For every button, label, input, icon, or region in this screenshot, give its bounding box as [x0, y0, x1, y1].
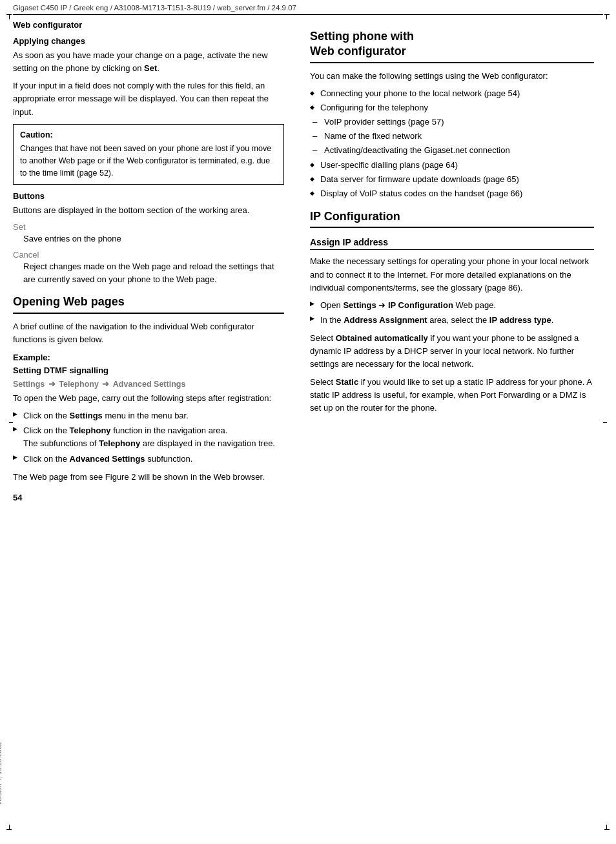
applying-changes-heading: Applying changes: [13, 36, 284, 46]
ip-config-bold: IP Configuration: [388, 300, 453, 310]
breadcrumb-advanced: Advanced Settings: [113, 380, 186, 389]
setting-phone-heading: Setting phone with Web configurator: [310, 29, 594, 63]
bottom-h-mark-r: [604, 829, 610, 830]
obtained-auto-bold: Obtained automatically: [336, 333, 428, 343]
page-number: 54: [13, 493, 284, 502]
static-para: Select Static if you would like to set u…: [310, 376, 594, 415]
settings-bold-ip: Settings: [343, 300, 376, 310]
header-bar: Gigaset C450 IP / Greek eng / A31008-M17…: [0, 0, 616, 14]
cancel-desc: Reject changes made on the Web page and …: [23, 260, 284, 285]
cancel-label: Cancel: [13, 250, 284, 260]
buttons-heading: Buttons: [13, 191, 284, 201]
page-container: Gigaset C450 IP / Greek eng / A31008-M17…: [0, 0, 616, 844]
side-mark-r: [603, 422, 607, 423]
step-2: Click on the Telephony function in the n…: [13, 424, 284, 450]
bullet-dialling: User-specific dialling plans (page 64): [310, 159, 594, 172]
bottom-h-mark-l: [6, 829, 12, 830]
web-page-note: The Web page from see Figure 2 will be s…: [13, 471, 284, 484]
dash-voip: VoIP provider settings (page 57): [310, 116, 594, 129]
applying-changes-para1: As soon as you have made your change on …: [13, 49, 284, 75]
right-column: Setting phone with Web configurator You …: [297, 15, 594, 502]
ip-step-1: Open Settings ➜ IP Configuration Web pag…: [310, 299, 594, 312]
steps-intro: To open the Web page, carry out the foll…: [13, 392, 284, 405]
corner-mark-tl: [9, 14, 10, 19]
top-h-mark-l: [6, 14, 12, 15]
step-2-extra: The subfunctions of Telephony are displa…: [23, 438, 275, 448]
bullet-firmware: Data server for firmware update download…: [310, 173, 594, 186]
bullet-local-network: Connecting your phone to the local netwo…: [310, 87, 594, 100]
caution-text: Changes that have not been saved on your…: [20, 144, 271, 178]
corner-mark-tr: [606, 14, 607, 19]
steps-list: Click on the Settings menu in the menu b…: [13, 409, 284, 466]
step-1: Click on the Settings menu in the menu b…: [13, 409, 284, 422]
assign-ip-heading: Assign IP address: [310, 237, 594, 250]
arrow-2: ➜: [102, 380, 111, 389]
dash-gigaset: Activating/deactivating the Gigaset.net …: [310, 144, 594, 157]
applying-changes-para2: If your input in a field does not comply…: [13, 79, 284, 118]
advanced-settings-bold: Advanced Settings: [70, 454, 145, 464]
setting-phone-list: Connecting your phone to the local netwo…: [310, 87, 594, 200]
static-bold: Static: [336, 377, 358, 387]
set-desc: Save entries on the phone: [23, 232, 284, 245]
set-bold: Set: [144, 63, 157, 73]
breadcrumb-telephony: Telephony: [59, 380, 99, 389]
heading-line1: Setting phone with: [310, 30, 414, 43]
opening-web-pages-heading: Opening Web pages: [13, 294, 284, 313]
web-configurator-label: Web configurator: [13, 20, 284, 30]
breadcrumb-settings: Settings: [13, 380, 45, 389]
header-text: Gigaset C450 IP / Greek eng / A31008-M17…: [13, 4, 296, 12]
address-assignment-bold: Address Assignment: [344, 315, 427, 325]
telephony-bold-1: Telephony: [70, 426, 111, 435]
obtained-auto-para: Select Obtained automatically if you wan…: [310, 332, 594, 371]
ip-steps-list: Open Settings ➜ IP Configuration Web pag…: [310, 299, 594, 327]
assign-ip-intro: Make the necessary settings for operatin…: [310, 255, 594, 294]
setting-phone-intro: You can make the following settings usin…: [310, 70, 594, 83]
ip-step-2: In the Address Assignment area, select t…: [310, 314, 594, 327]
top-h-mark-r: [604, 14, 610, 15]
telephony-bold-2: Telephony: [99, 438, 140, 448]
step-3: Click on the Advanced Settings subfuncti…: [13, 453, 284, 466]
ip-address-type-bold: IP address type: [489, 315, 551, 325]
settings-bold-1: Settings: [70, 411, 103, 420]
arrow-1: ➜: [48, 380, 57, 389]
vertical-side-text: Version 4, 16.09.2005: [0, 743, 3, 805]
left-column: Web configurator Applying changes As soo…: [13, 15, 297, 502]
set-label: Set: [13, 222, 284, 232]
breadcrumb: Settings ➜ Telephony ➜ Advanced Settings: [13, 379, 284, 389]
heading-line2: Web configurator: [310, 45, 406, 57]
dash-fixed-network: Name of the fixed network: [310, 130, 594, 143]
content-wrapper: Web configurator Applying changes As soo…: [0, 15, 616, 502]
buttons-intro: Buttons are displayed in the bottom sect…: [13, 204, 284, 217]
opening-web-pages-intro: A brief outline of the navigation to the…: [13, 320, 284, 346]
bullet-telephony: Configuring for the telephony: [310, 101, 594, 114]
bullet-voip-status: Display of VoIP status codes on the hand…: [310, 187, 594, 200]
caution-title: Caution:: [20, 129, 277, 141]
example-label: Example:: [13, 353, 284, 362]
caution-box: Caution: Changes that have not been save…: [13, 124, 284, 185]
ip-configuration-heading: IP Configuration: [310, 209, 594, 228]
example-heading: Setting DTMF signalling: [13, 365, 284, 375]
